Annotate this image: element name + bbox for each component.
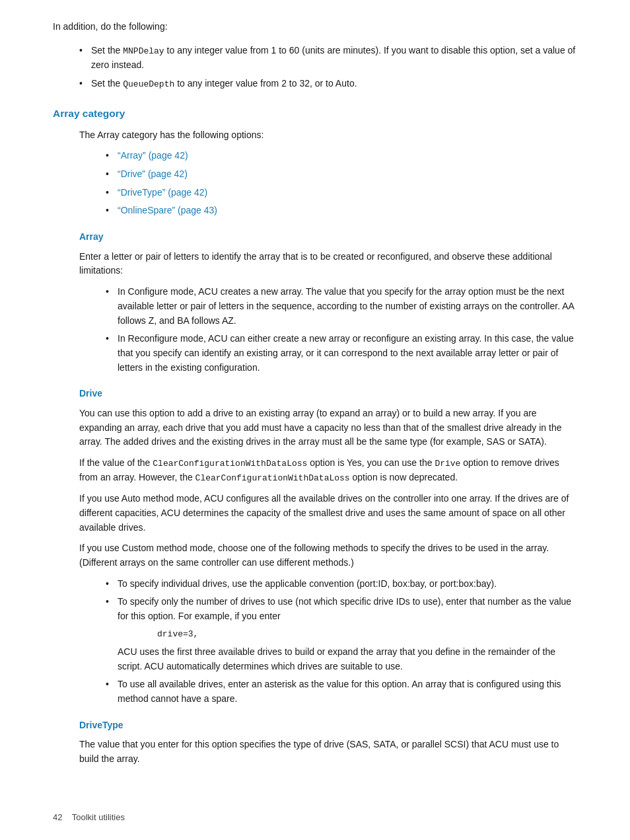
link-array: “Array” (page 42) xyxy=(106,149,577,163)
link-drivetype: “DriveType” (page 42) xyxy=(106,186,577,200)
array-category-links: “Array” (page 42) “Drive” (page 42) “Dri… xyxy=(106,149,577,218)
array-category-section: The Array category has the following opt… xyxy=(79,128,577,767)
link-drive: “Drive” (page 42) xyxy=(106,167,577,182)
drive-bullet-2: To specify only the number of drives to … xyxy=(106,595,577,673)
drivetype-subheading: DriveType xyxy=(79,718,577,733)
page: In addition, do the following: Set the M… xyxy=(0,0,630,840)
drive-bullet-1: To specify individual drives, use the ap… xyxy=(106,577,577,592)
array-intro: Enter a letter or pair of letters to ide… xyxy=(79,250,577,278)
array-bullet-2: In Reconfigure mode, ACU can either crea… xyxy=(106,332,577,375)
intro-bullet-2: Set the QueueDepth to any integer value … xyxy=(79,77,577,91)
array-subheading: Array xyxy=(79,230,577,245)
intro-bullet-1: Set the MNPDelay to any integer value fr… xyxy=(79,44,577,73)
drive-bullet-3: To use all available drives, enter an as… xyxy=(106,677,577,706)
page-number: 42 xyxy=(53,812,62,822)
array-bullets: In Configure mode, ACU creates a new arr… xyxy=(106,285,577,375)
drivetype-text: The value that you enter for this option… xyxy=(79,738,577,766)
footer-label: Toolkit utilities xyxy=(72,812,125,822)
drive-para-4: If you use Custom method mode, choose on… xyxy=(79,541,577,570)
array-bullet-1: In Configure mode, ACU creates a new arr… xyxy=(106,285,577,328)
intro-bullets: Set the MNPDelay to any integer value fr… xyxy=(79,44,577,91)
link-onlinespare: “OnlineSpare” (page 43) xyxy=(106,204,577,218)
drive-para-2: If the value of the ClearConfigurationWi… xyxy=(79,456,577,485)
array-category-intro: The Array category has the following opt… xyxy=(79,128,577,143)
drive-bullets: To specify individual drives, use the ap… xyxy=(106,577,577,706)
page-footer: 42 Toolkit utilities xyxy=(53,811,125,824)
intro-line: In addition, do the following: xyxy=(53,20,577,34)
drive-para-3: If you use Auto method mode, ACU configu… xyxy=(79,492,577,535)
drive-para-1: You can use this option to add a drive t… xyxy=(79,406,577,449)
array-category-heading: Array category xyxy=(53,106,577,122)
drive-subheading: Drive xyxy=(79,387,577,401)
